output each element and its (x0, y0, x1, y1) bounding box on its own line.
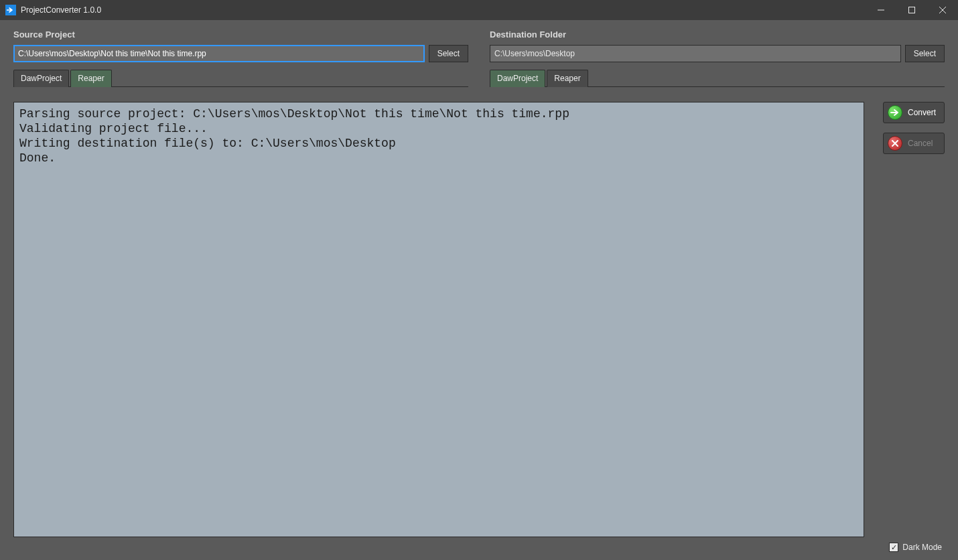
destination-select-button[interactable]: Select (905, 45, 945, 62)
convert-icon (888, 105, 902, 120)
destination-label: Destination Folder (490, 29, 945, 40)
destination-tabs: DawProject Reaper (490, 69, 945, 87)
cancel-button[interactable]: Cancel (883, 133, 945, 154)
destination-panel: Destination Folder Select DawProject Rea… (490, 29, 945, 87)
source-path-input[interactable] (13, 45, 425, 62)
dark-mode-toggle[interactable]: ✓ Dark Mode (889, 543, 942, 552)
log-output: Parsing source project: C:\Users\mos\Des… (13, 102, 864, 537)
source-panel: Source Project Select DawProject Reaper (13, 29, 468, 87)
maximize-button[interactable] (896, 0, 927, 20)
source-select-button[interactable]: Select (429, 45, 468, 62)
destination-tab-dawproject[interactable]: DawProject (490, 70, 545, 87)
cancel-label: Cancel (908, 139, 933, 148)
dark-mode-checkbox-icon: ✓ (889, 543, 898, 552)
source-tabs: DawProject Reaper (13, 69, 468, 87)
destination-path-input[interactable] (490, 45, 901, 62)
app-icon (5, 5, 16, 15)
cancel-icon (888, 136, 902, 151)
window-controls (866, 0, 958, 20)
close-button[interactable] (927, 0, 958, 20)
source-label: Source Project (13, 29, 468, 40)
destination-tab-reaper[interactable]: Reaper (547, 70, 588, 87)
minimize-button[interactable] (866, 0, 896, 20)
convert-button[interactable]: Convert (883, 102, 945, 123)
svg-rect-0 (909, 7, 915, 13)
titlebar: ProjectConverter 1.0.0 (0, 0, 958, 20)
window-title: ProjectConverter 1.0.0 (21, 5, 101, 15)
convert-label: Convert (908, 108, 936, 117)
source-tab-dawproject[interactable]: DawProject (13, 70, 69, 87)
source-tab-reaper[interactable]: Reaper (70, 70, 111, 87)
dark-mode-label: Dark Mode (902, 543, 942, 552)
